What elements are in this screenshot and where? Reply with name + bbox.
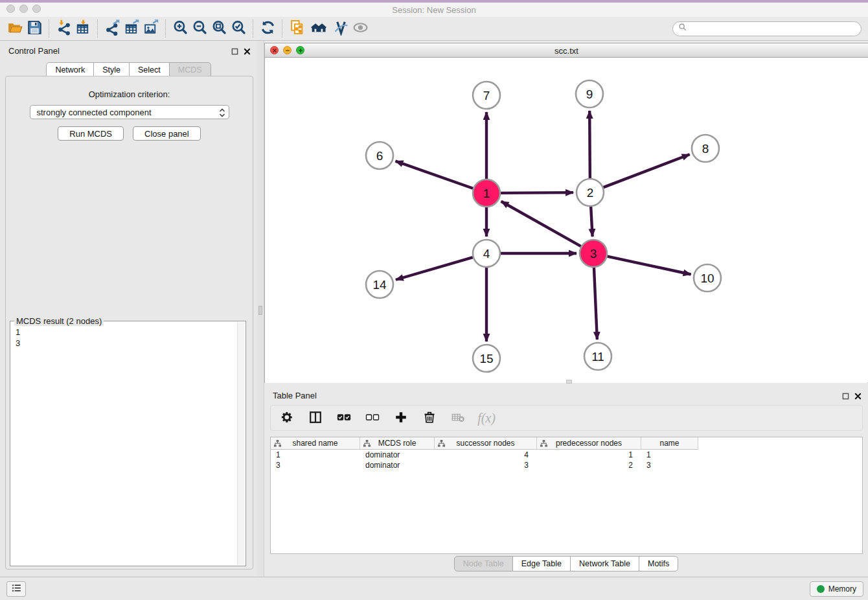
graph-edge-3-10[interactable]	[608, 257, 691, 275]
column-button[interactable]	[307, 410, 324, 426]
app-titlebar: Session: New Session	[0, 3, 868, 17]
column-header-MCDS-role[interactable]: MCDS role	[360, 437, 435, 450]
clone-network-button[interactable]	[287, 19, 306, 38]
toolbar-separator	[165, 19, 166, 38]
export-table-button[interactable]	[122, 19, 141, 38]
delete-table-button[interactable]	[450, 410, 466, 426]
search-input[interactable]	[690, 23, 856, 34]
table-tabs: Node TableEdge TableNetwork TableMotifs	[264, 556, 868, 571]
mcds-panel: Optimization criterion: strongly connect…	[5, 76, 253, 570]
mcds-result-box: MCDS result (2 nodes) 13	[10, 321, 246, 566]
table-tab-node-table[interactable]: Node Table	[454, 556, 513, 571]
result-node-id: 3	[16, 338, 232, 349]
fx-button[interactable]: f(x)	[478, 410, 495, 426]
graph-edge-3-11[interactable]	[594, 268, 597, 340]
save-icon	[27, 19, 43, 38]
graph-edge-2-9[interactable]	[589, 111, 590, 178]
zoom-selected-button[interactable]	[229, 19, 248, 38]
column-header-icon	[540, 439, 548, 448]
table-row[interactable]: 3dominator323	[271, 460, 862, 470]
toolbar-separator	[49, 19, 49, 38]
table-row[interactable]: 1dominator411	[271, 450, 862, 460]
hide-graphics-button[interactable]	[331, 19, 350, 38]
export-image-button[interactable]	[141, 19, 161, 38]
graph-edge-1-2[interactable]	[501, 192, 573, 193]
zoom-fit-button[interactable]	[209, 19, 229, 38]
graph-edge-2-3[interactable]	[591, 207, 592, 237]
list-icon	[11, 583, 22, 596]
graph-edge-1-6[interactable]	[396, 161, 474, 189]
refresh-icon	[260, 19, 276, 38]
select-all-button[interactable]	[336, 410, 352, 426]
network-graph: 7968124314101511	[265, 58, 867, 383]
table-cell: 3	[641, 460, 698, 470]
import-table-button[interactable]	[73, 19, 93, 38]
column-header-icon	[363, 439, 371, 448]
optimization-criterion-label: Optimization criterion:	[6, 89, 253, 99]
splitter-handle[interactable]	[258, 306, 262, 315]
save-button[interactable]	[25, 19, 44, 38]
network-view-window: scc.txt 7968124314101511	[264, 43, 868, 383]
mcds-result-list[interactable]: 13	[10, 324, 237, 566]
result-scrollbar[interactable]	[237, 322, 245, 565]
table-tab-motifs[interactable]: Motifs	[639, 556, 678, 571]
graph-edge-3-1[interactable]	[501, 202, 581, 246]
table-panel: Table Panel f(x) shared nameMCDS rolesuc…	[264, 386, 868, 577]
open-folder-button[interactable]	[5, 19, 25, 38]
table-cell: 2	[537, 460, 641, 470]
graph-node-label-9: 9	[586, 87, 593, 101]
main-toolbar	[0, 17, 868, 41]
table-cell: dominator	[360, 450, 435, 460]
home-icon	[311, 19, 327, 38]
search-icon	[678, 23, 687, 34]
trash-button[interactable]	[421, 410, 438, 426]
chevron-updown-icon	[219, 108, 225, 120]
panel-splitter[interactable]	[257, 41, 264, 577]
open-folder-icon	[7, 19, 23, 38]
graph-edge-4-14[interactable]	[396, 257, 473, 280]
table-cell: 3	[271, 460, 360, 470]
plus-button[interactable]	[393, 410, 409, 426]
show-panels-button[interactable]	[6, 581, 26, 597]
import-network-button[interactable]	[54, 19, 73, 38]
close-table-panel-icon[interactable]	[854, 391, 862, 402]
network-window-titlebar[interactable]: scc.txt	[265, 43, 868, 58]
table-tab-network-table[interactable]: Network Table	[570, 556, 639, 571]
deselect-all-button[interactable]	[364, 410, 381, 426]
table-tab-edge-table[interactable]: Edge Table	[512, 556, 571, 571]
gear-button[interactable]	[279, 410, 295, 426]
column-header-name[interactable]: name	[641, 437, 698, 450]
status-bar: Memory	[0, 577, 868, 600]
trash-icon	[422, 410, 437, 426]
memory-button[interactable]: Memory	[810, 581, 863, 597]
run-mcds-button[interactable]: Run MCDS	[58, 126, 124, 141]
zoom-in-button[interactable]	[170, 19, 190, 38]
home-button[interactable]	[306, 19, 331, 38]
export-table-icon	[124, 19, 140, 38]
float-table-panel-icon[interactable]	[842, 391, 849, 402]
table-cell: dominator	[360, 460, 435, 470]
export-network-button[interactable]	[102, 19, 122, 38]
column-header-successor-nodes[interactable]: successor nodes	[435, 437, 537, 450]
column-header-label: successor nodes	[435, 437, 536, 449]
canvas-splitter-handle[interactable]	[566, 380, 572, 384]
column-header-shared-name[interactable]: shared name	[271, 437, 360, 450]
search-box[interactable]	[672, 21, 862, 36]
graph-edge-2-8[interactable]	[604, 154, 690, 187]
close-panel-button[interactable]: Close panel	[133, 126, 201, 141]
float-panel-icon[interactable]	[231, 46, 238, 58]
column-header-predecessor-nodes[interactable]: predecessor nodes	[537, 437, 641, 450]
zoom-out-button[interactable]	[190, 19, 209, 38]
column-header-label: shared name	[271, 437, 360, 449]
close-panel-icon[interactable]	[244, 46, 251, 58]
criterion-dropdown[interactable]: strongly connected component	[30, 105, 229, 119]
criterion-selected-value: strongly connected component	[37, 108, 152, 117]
refresh-button[interactable]	[258, 19, 277, 38]
select-all-icon	[337, 410, 351, 426]
network-canvas[interactable]: 7968124314101511	[265, 58, 867, 383]
eye-button[interactable]	[350, 19, 370, 38]
clone-network-icon	[289, 19, 305, 38]
deselect-all-icon	[365, 410, 380, 426]
graph-node-label-14: 14	[372, 278, 387, 292]
table-cell: 4	[435, 450, 537, 460]
